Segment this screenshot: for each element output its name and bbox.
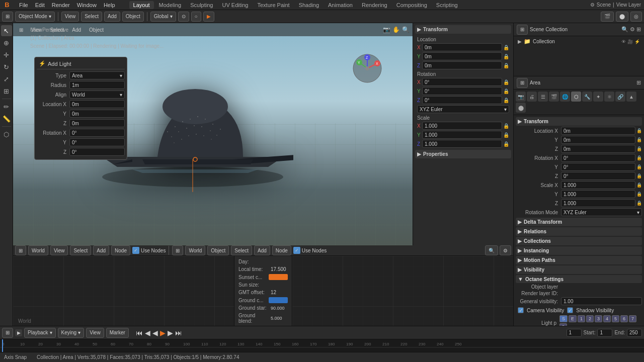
- loc-x-field[interactable]: 0m: [422, 43, 502, 51]
- search-icon[interactable]: 🔍: [402, 26, 410, 33]
- tab-rendering[interactable]: Rendering: [358, 1, 391, 9]
- scale-z-lock[interactable]: 🔒: [503, 141, 509, 147]
- play-btn[interactable]: ▶: [160, 329, 166, 337]
- fr-loc-x-lock[interactable]: 🔒: [636, 128, 642, 133]
- loc-z-input[interactable]: 0m: [69, 119, 125, 127]
- rotate-tool[interactable]: ↻: [1, 61, 12, 72]
- rot-z-field[interactable]: 0°: [422, 96, 502, 104]
- start-frame-input[interactable]: 1: [597, 329, 612, 337]
- scale-tool[interactable]: ⤢: [1, 73, 12, 84]
- sunset-color[interactable]: [269, 274, 288, 280]
- node-object-btn[interactable]: Object: [207, 245, 229, 255]
- align-dropdown[interactable]: World ▾: [69, 90, 125, 99]
- node-zoom-btn[interactable]: 🔍: [485, 245, 498, 255]
- node-render-btn[interactable]: ⊞: [172, 245, 183, 255]
- node-editor-right[interactable]: [292, 256, 513, 326]
- props-tab-view-layer[interactable]: ☰: [538, 92, 548, 102]
- end-frame-input[interactable]: 250: [627, 329, 642, 337]
- node-add2-btn[interactable]: Add: [254, 245, 270, 255]
- cursor-tool[interactable]: ⊕: [1, 37, 12, 48]
- radius-input[interactable]: 1m: [69, 81, 125, 89]
- transform-global-btn[interactable]: Global ▾: [150, 12, 176, 22]
- instancing-header[interactable]: ▶ Instancing: [516, 246, 642, 255]
- scene-props-btn[interactable]: 🎬: [601, 12, 614, 22]
- proportional-btn[interactable]: ○: [191, 12, 201, 22]
- light-btn-2[interactable]: 2: [586, 315, 594, 322]
- fr-loc-x[interactable]: 0m: [561, 127, 635, 135]
- camera-icon[interactable]: 📷: [383, 26, 390, 33]
- tab-animation[interactable]: Animation: [324, 1, 357, 9]
- camera-vis-checkbox[interactable]: ✓: [518, 307, 524, 313]
- node-node2-btn[interactable]: Node: [272, 245, 291, 255]
- fr-loc-y-lock[interactable]: 🔒: [636, 137, 642, 142]
- props-tab-material[interactable]: ⬤: [516, 103, 526, 113]
- outliner-editor-type[interactable]: ⊞: [517, 25, 528, 35]
- collections-header[interactable]: ▶ Collections: [516, 237, 642, 245]
- scale-x-lock[interactable]: 🔒: [503, 123, 509, 129]
- timeline-content[interactable]: 0 10 20 30 40 50 60 70 80 90 100 110 120…: [0, 339, 644, 352]
- menu-help[interactable]: Help: [101, 1, 118, 9]
- overlay-btn[interactable]: ⬤: [616, 12, 628, 22]
- light-type-dropdown[interactable]: Area ▾: [69, 71, 125, 79]
- fr-rot-y-lock[interactable]: 🔒: [636, 164, 642, 169]
- node-select2-btn[interactable]: Select: [231, 245, 252, 255]
- viewport-3d[interactable]: ⊞ View Select Add Object 📷 ✋ 🔍: [13, 23, 413, 245]
- rot-y-input[interactable]: 0°: [69, 138, 125, 146]
- props-tab-physics[interactable]: ⚛: [604, 92, 614, 102]
- snap-btn[interactable]: ⊙: [178, 12, 189, 22]
- tab-shading[interactable]: Shading: [295, 1, 323, 9]
- fr-scale-x[interactable]: 1.000: [561, 181, 635, 189]
- fr-transform-header[interactable]: ▶ Transform: [516, 117, 642, 126]
- octane-header[interactable]: ▼ Octane Settings: [516, 275, 642, 283]
- loc-y-input[interactable]: 0m: [69, 110, 125, 118]
- rotation-mode-dropdown[interactable]: XYZ Euler ▾: [417, 105, 509, 113]
- props-editor-type[interactable]: ⊞: [517, 78, 528, 88]
- measure-tool[interactable]: 📏: [1, 113, 12, 124]
- editor-type-btn[interactable]: ⊞: [2, 12, 13, 22]
- annotate-tool[interactable]: ✏: [1, 101, 12, 112]
- fr-scale-y[interactable]: 1.000: [561, 190, 635, 198]
- light-btn-1[interactable]: 1: [578, 315, 585, 322]
- rot-x-field[interactable]: 0°: [422, 78, 502, 86]
- props-tab-scene[interactable]: 🎬: [549, 92, 559, 102]
- next-frame-btn[interactable]: ▶: [168, 329, 173, 337]
- view-btn[interactable]: View: [61, 12, 79, 22]
- hand-icon[interactable]: ✋: [392, 26, 400, 33]
- shadow-vis-checkbox[interactable]: ✓: [567, 307, 573, 313]
- play-reverse-btn[interactable]: ◀: [152, 329, 158, 337]
- relations-header[interactable]: ▶ Relations: [516, 227, 642, 236]
- tl-keying-btn[interactable]: Keying ▾: [58, 328, 85, 338]
- node-world-btn[interactable]: World: [28, 245, 48, 255]
- fr-scale-z[interactable]: 1.000: [561, 199, 635, 207]
- goto-start-btn[interactable]: ⏮: [136, 329, 143, 337]
- menu-file[interactable]: File: [16, 1, 31, 9]
- fr-loc-z[interactable]: 0m: [561, 145, 635, 153]
- tl-view-btn[interactable]: View: [86, 328, 104, 338]
- fr-rot-x[interactable]: 0°: [561, 154, 635, 162]
- scale-x-field[interactable]: 1.000: [422, 122, 502, 130]
- xray-btn[interactable]: ◎: [630, 12, 642, 22]
- select-tool[interactable]: ↖: [1, 25, 12, 36]
- fr-rot-z-lock[interactable]: 🔒: [636, 173, 642, 178]
- general-vis-input[interactable]: 1.00: [561, 297, 642, 305]
- light-btn-4[interactable]: 4: [603, 315, 611, 322]
- object-btn[interactable]: Object: [122, 12, 144, 22]
- props-tab-output[interactable]: 🖨: [527, 92, 537, 102]
- navigation-gizmo[interactable]: X Y Z: [352, 53, 382, 83]
- tab-texture-paint[interactable]: Texture Paint: [253, 1, 293, 9]
- light-btn-e[interactable]: E: [569, 315, 577, 322]
- tab-sculpting[interactable]: Sculpting: [186, 1, 217, 9]
- light-btn-7[interactable]: 7: [629, 315, 636, 322]
- filter-icon[interactable]: 🔍: [621, 26, 628, 33]
- add-cube-tool[interactable]: ⬡: [1, 129, 12, 140]
- outliner-item-collection[interactable]: ▶ 📁 Collection 👁 🎥 ⚡: [515, 37, 643, 46]
- fr-scale-y-lock[interactable]: 🔒: [636, 192, 642, 197]
- tab-scripting[interactable]: Scripting: [432, 1, 462, 9]
- tl-editor-type[interactable]: ⊞: [2, 328, 13, 338]
- props-tab-modifier[interactable]: 🔧: [582, 92, 592, 102]
- use-nodes-checkbox[interactable]: ✓: [132, 247, 139, 254]
- tl-play-icon[interactable]: ▶: [15, 329, 22, 336]
- node-select-btn[interactable]: Select: [70, 245, 91, 255]
- props-tab-render[interactable]: 📷: [516, 92, 526, 102]
- move-tool[interactable]: ✛: [1, 49, 12, 60]
